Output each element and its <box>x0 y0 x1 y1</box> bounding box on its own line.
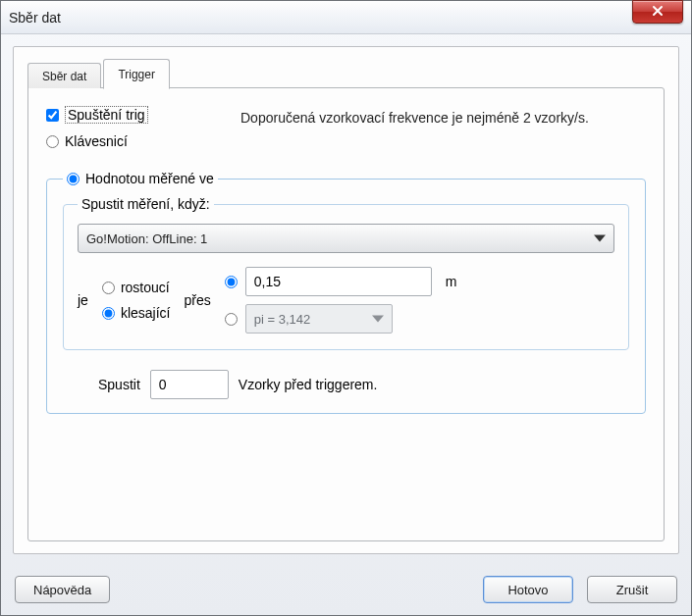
top-row: Spuštění trig Klávesnicí Doporučená vzor… <box>46 106 646 159</box>
window-title: Sběr dat <box>9 10 683 26</box>
dialog-window: Sběr dat Sběr dat Trigger Spuštění trig <box>0 0 692 616</box>
help-button[interactable]: Nápověda <box>15 576 110 603</box>
threshold-numeric-radio[interactable] <box>225 276 238 288</box>
dialog-footer: Nápověda Hotovo Zrušit <box>1 566 691 615</box>
client-area: Sběr dat Trigger Spuštění trig Klávesnic… <box>13 46 679 554</box>
by-value-group: Hodnotou měřené ve Spustit měření, když:… <box>46 171 646 414</box>
pretrigger-row: Spustit Vzorky před triggerem. <box>98 370 629 399</box>
enable-trigger-checkbox[interactable] <box>46 109 59 122</box>
tab-label: Trigger <box>118 68 155 81</box>
titlebar: Sběr dat <box>1 1 691 34</box>
je-label: je <box>78 292 88 308</box>
tab-data-collection[interactable]: Sběr dat <box>27 63 101 88</box>
button-label: Zrušit <box>616 583 649 597</box>
threshold-constant-value: pi = 3,142 <box>254 312 310 327</box>
threshold-unit: m <box>446 274 457 289</box>
pres-label: přes <box>184 292 210 308</box>
rising-label: rostoucí <box>121 280 170 295</box>
cancel-button[interactable]: Zrušit <box>587 576 677 603</box>
tabpanel-trigger: Spuštění trig Klávesnicí Doporučená vzor… <box>27 87 665 541</box>
chevron-down-icon <box>372 316 384 323</box>
condition-row: je rostoucí klesající přes <box>78 267 614 334</box>
direction-column: rostoucí klesající <box>102 280 171 321</box>
tab-label: Sběr dat <box>42 70 86 83</box>
pretrigger-input[interactable] <box>150 370 229 399</box>
button-label: Nápověda <box>33 583 91 597</box>
by-keyboard-label: Klávesnicí <box>65 133 128 149</box>
close-icon <box>652 4 664 20</box>
sample-rate-hint: Doporučená vzorkovací frekvence je nejmé… <box>240 106 646 159</box>
tabstrip: Sběr dat Trigger <box>27 61 665 88</box>
rising-radio[interactable] <box>102 282 115 294</box>
enable-trigger-label: Spuštění trig <box>65 106 148 124</box>
by-keyboard-row: Klávesnicí <box>46 133 223 149</box>
channel-dropdown[interactable]: Go!Motion: OffLine: 1 <box>78 224 614 253</box>
start-when-group: Spustit měření, když: Go!Motion: OffLine… <box>63 196 629 350</box>
ok-button[interactable]: Hotovo <box>483 576 573 603</box>
falling-radio[interactable] <box>102 307 115 320</box>
by-value-legend: Hodnotou měřené ve <box>63 171 218 186</box>
threshold-constant-combo[interactable]: pi = 3,142 <box>245 304 393 334</box>
threshold-column: m pi = 3,142 <box>225 267 457 334</box>
close-button[interactable] <box>632 0 683 24</box>
channel-selected-value: Go!Motion: OffLine: 1 <box>86 231 207 246</box>
pretrigger-suffix: Vzorky před triggerem. <box>239 377 378 392</box>
by-value-radio[interactable] <box>67 173 80 185</box>
button-label: Hotovo <box>507 583 548 597</box>
falling-label: klesající <box>121 305 171 321</box>
threshold-constant-radio[interactable] <box>225 313 238 326</box>
trigger-enable-and-keyboard: Spuštění trig Klávesnicí <box>46 106 223 159</box>
pretrigger-prefix: Spustit <box>98 377 140 392</box>
by-value-label: Hodnotou měřené ve <box>85 171 214 186</box>
tab-trigger[interactable]: Trigger <box>103 59 170 89</box>
start-when-label: Spustit měření, když: <box>78 196 214 212</box>
chevron-down-icon <box>594 235 606 242</box>
by-keyboard-radio[interactable] <box>46 135 59 148</box>
threshold-numeric-input[interactable] <box>245 267 432 296</box>
enable-trigger-row: Spuštění trig <box>46 106 223 124</box>
